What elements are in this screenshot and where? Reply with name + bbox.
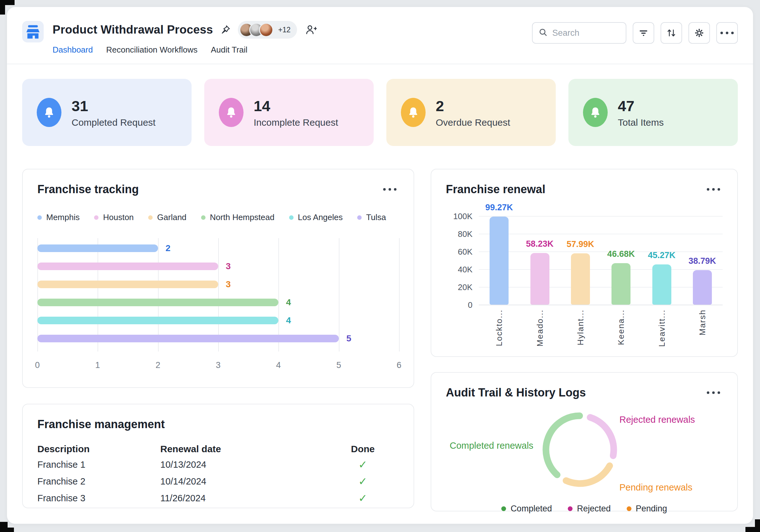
tab-bar: DashboardReconciliation WorkflowsAudit T… <box>53 45 317 55</box>
x-category-label: Lockto... <box>494 310 504 346</box>
card-menu-button[interactable] <box>704 186 723 193</box>
bar-row: 2 <box>37 244 399 252</box>
column-header: Description <box>37 444 160 455</box>
x-tick-label: 4 <box>276 361 281 370</box>
x-tick-label: 0 <box>35 361 40 370</box>
bar[interactable] <box>571 253 590 305</box>
legend-dot <box>568 507 573 511</box>
cell-done: ✓ <box>358 493 368 504</box>
stat-text: 2Overdue Request <box>436 97 510 128</box>
column-header: Renewal date <box>160 444 326 455</box>
legend-item[interactable]: Tulsa <box>357 213 386 222</box>
card-title: Audit Trail & History Logs <box>446 386 586 399</box>
bar[interactable] <box>652 265 671 305</box>
avatar-overflow-badge: +12 <box>273 25 296 34</box>
bar-value-label: 3 <box>226 279 231 289</box>
stat-card-3: 47Total Items <box>568 79 738 146</box>
bar[interactable] <box>37 263 218 270</box>
search-box[interactable] <box>532 22 626 44</box>
bell-icon <box>219 98 244 127</box>
legend-dot <box>289 215 294 220</box>
legend-item[interactable]: Completed <box>501 504 552 514</box>
cell-renewal-date: 11/26/2024 <box>160 493 326 504</box>
renewal-plot: 99.27K58.23K57.99K46.68K45.27K38.79K <box>479 216 723 305</box>
card-menu-button[interactable] <box>704 389 723 397</box>
tab-audit-trail[interactable]: Audit Trail <box>211 45 248 55</box>
cell-description: Franchise 1 <box>37 459 160 470</box>
table-row[interactable]: Franchise 311/26/2024✓ <box>37 490 399 507</box>
tracking-bars: 233445 <box>37 244 399 353</box>
bar[interactable] <box>693 270 712 305</box>
donut-segment-rejected[interactable] <box>590 417 614 456</box>
table-row[interactable]: Franchise 110/13/2024✓ <box>37 456 399 473</box>
table-row[interactable]: Franchise 210/14/2024✓ <box>37 473 399 490</box>
y-tick-label: 60K <box>458 247 472 257</box>
donut-rings <box>532 402 628 498</box>
legend-dot <box>201 215 206 220</box>
legend-dot <box>94 215 99 220</box>
legend-label: North Hempstead <box>210 213 274 222</box>
filter-button[interactable] <box>633 22 654 44</box>
bar[interactable] <box>37 281 218 288</box>
bar[interactable] <box>37 299 278 306</box>
card-menu-button[interactable] <box>381 186 399 193</box>
legend-dot <box>627 507 632 511</box>
donut-label-rejected: Rejected renewals <box>619 414 695 425</box>
legend-item[interactable]: Houston <box>94 213 134 222</box>
donut-label-pending: Pending renewals <box>619 482 692 493</box>
renewal-y-axis: 100K80K60K40K20K0 <box>446 216 472 305</box>
legend-label: Garland <box>157 213 186 222</box>
search-input[interactable] <box>552 28 616 38</box>
card-title: Franchise renewal <box>446 183 545 196</box>
franchise-tracking-card: Franchise tracking MemphisHoustonGarland… <box>22 169 414 388</box>
franchise-management-card: Franchise management Description Renewal… <box>22 404 414 508</box>
stat-label: Incomplete Request <box>254 117 338 128</box>
bar-value-label: 3 <box>226 261 231 271</box>
table-row[interactable]: Franchise 411/26/2024✓ <box>37 507 399 508</box>
legend-item[interactable]: North Hempstead <box>201 213 274 222</box>
table-body: Franchise 110/13/2024✓Franchise 210/14/2… <box>37 456 399 508</box>
bar[interactable] <box>611 263 631 305</box>
x-category-label: Leavitt... <box>657 310 667 347</box>
bar[interactable] <box>37 335 339 342</box>
bar[interactable] <box>37 317 278 324</box>
franchise-renewal-card: Franchise renewal 100K80K60K40K20K0 99.2… <box>431 169 738 357</box>
x-category-label: Marsh <box>697 310 707 335</box>
pin-icon[interactable] <box>220 24 231 35</box>
audit-trail-card: Audit Trail & History Logs Completed ren… <box>431 372 738 511</box>
gridline <box>399 238 400 352</box>
bar-value-label: 99.27K <box>486 203 513 213</box>
bar-value-label: 5 <box>347 333 352 344</box>
legend-item[interactable]: Garland <box>148 213 186 222</box>
avatar-group[interactable]: +12 <box>238 21 297 39</box>
bar-value-label: 45.27K <box>648 251 676 260</box>
legend-item[interactable]: Rejected <box>568 504 611 514</box>
legend-item[interactable]: Los Angeles <box>289 213 343 222</box>
page-title: Product Withdrawal Process <box>53 23 213 36</box>
gridline <box>479 251 723 252</box>
add-person-icon[interactable] <box>305 24 317 35</box>
legend-item[interactable]: Memphis <box>37 213 79 222</box>
donut-label-completed: Completed renewals <box>450 441 533 451</box>
check-icon: ✓ <box>358 475 368 487</box>
stat-text: 14Incomplete Request <box>254 97 338 128</box>
settings-button[interactable] <box>689 22 710 44</box>
legend-label: Houston <box>103 213 134 222</box>
legend-item[interactable]: Pending <box>627 504 667 514</box>
bar[interactable] <box>490 217 508 305</box>
renewal-chart: 100K80K60K40K20K0 99.27K58.23K57.99K46.6… <box>446 216 723 305</box>
donut-segment-completed[interactable] <box>546 416 580 475</box>
donut-legend: CompletedRejectedPending <box>446 504 723 514</box>
sort-button[interactable] <box>661 22 682 44</box>
bar-row: 4 <box>37 299 399 306</box>
more-button[interactable] <box>716 22 738 44</box>
legend-label: Los Angeles <box>298 213 343 222</box>
bar[interactable] <box>530 253 549 305</box>
donut-segment-pending[interactable] <box>566 466 610 484</box>
column-header: Done <box>351 444 375 455</box>
header: Product Withdrawal Process +12 <box>22 7 738 55</box>
bar[interactable] <box>37 244 158 252</box>
management-table: Description Renewal date Done Franchise … <box>37 442 399 508</box>
tab-dashboard[interactable]: Dashboard <box>53 45 93 55</box>
tab-reconciliation-workflows[interactable]: Reconciliation Workflows <box>106 45 198 55</box>
